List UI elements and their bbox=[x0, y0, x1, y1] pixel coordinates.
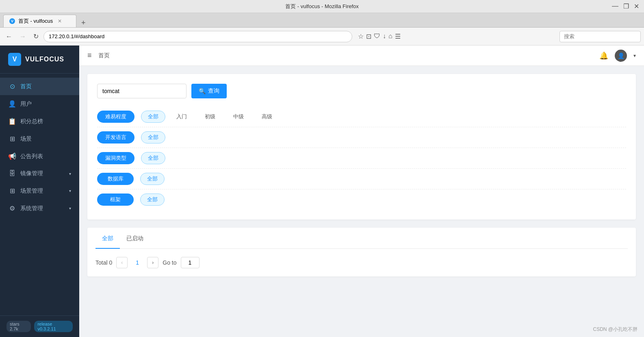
browser-title: 首页 - vulfocus - Mozilla Firefox bbox=[285, 3, 359, 10]
forward-button[interactable]: → bbox=[17, 31, 28, 42]
refresh-button[interactable]: ↻ bbox=[31, 31, 41, 42]
goto-label: Go to bbox=[163, 259, 176, 266]
release-badge: release v0.3.2.11 bbox=[34, 321, 73, 332]
browser-titlebar: 首页 - vulfocus - Mozilla Firefox — ❐ ✕ bbox=[0, 0, 644, 13]
browser-addressbar: ← → ↻ ☆ ⊡ 🛡 ↓ ⌂ ☰ bbox=[0, 28, 644, 46]
filter-options-language: 全部 bbox=[141, 131, 165, 143]
hamburger-icon[interactable]: ≡ bbox=[87, 51, 92, 60]
restore-icon[interactable]: ❐ bbox=[622, 2, 631, 10]
sidebar-item-image-mgmt[interactable]: 🗄 镜像管理 ▾ bbox=[0, 165, 79, 182]
search-input[interactable] bbox=[97, 84, 186, 98]
next-page-button[interactable]: › bbox=[147, 257, 158, 268]
filter-row-framework: 框架 全部 bbox=[97, 189, 626, 210]
close-icon[interactable]: ✕ bbox=[632, 2, 641, 10]
sidebar-item-home[interactable]: ⊙ 首页 bbox=[0, 78, 79, 95]
tab-all[interactable]: 全部 bbox=[95, 229, 120, 249]
user-avatar[interactable]: 👤 bbox=[615, 50, 627, 62]
scene-icon: ⊞ bbox=[8, 135, 16, 143]
sidebar-item-leaderboard[interactable]: 📋 积分总榜 bbox=[0, 113, 79, 130]
tab-favicon: V bbox=[9, 18, 15, 24]
scene-mgmt-arrow-icon: ▾ bbox=[69, 189, 71, 193]
sidebar-item-sys-mgmt[interactable]: ⚙ 系统管理 ▾ bbox=[0, 200, 79, 217]
filter-options-database: 全部 bbox=[140, 173, 165, 185]
scene-mgmt-icon: ⊞ bbox=[8, 187, 16, 195]
filter-opt-language-all[interactable]: 全部 bbox=[141, 131, 165, 143]
topbar-right: 🔔 👤 ▾ bbox=[599, 50, 636, 62]
filter-row-difficulty: 难易程度 全部 入门 初级 中级 高级 bbox=[97, 107, 626, 127]
filter-opt-vuln-all[interactable]: 全部 bbox=[141, 152, 165, 164]
bookmark-star-icon[interactable]: ☆ bbox=[358, 33, 364, 40]
sidebar-item-scene-mgmt-label: 场景管理 bbox=[20, 187, 43, 195]
filter-opt-difficulty-all[interactable]: 全部 bbox=[141, 111, 165, 123]
browser-tabbar: V 首页 - vulfocus ✕ + bbox=[0, 13, 644, 28]
user-dropdown-arrow-icon[interactable]: ▾ bbox=[633, 53, 636, 59]
sidebar-footer: stars 2.7k release v0.3.2.11 bbox=[0, 315, 79, 337]
stars-badge: stars 2.7k bbox=[7, 321, 31, 332]
filter-label-difficulty: 难易程度 bbox=[97, 111, 134, 123]
leaderboard-icon: 📋 bbox=[8, 117, 16, 125]
sidebar: V VULFOCUS ⊙ 首页 👤 用户 📋 积分总榜 ⊞ 场景 📢 bbox=[0, 46, 79, 337]
tab-label: 首页 - vulfocus bbox=[18, 17, 53, 25]
filter-opt-difficulty-entry[interactable]: 入门 bbox=[169, 111, 194, 123]
sidebar-item-notices[interactable]: 📢 公告列表 bbox=[0, 148, 79, 165]
active-tab[interactable]: V 首页 - vulfocus ✕ bbox=[3, 15, 76, 27]
image-mgmt-icon: 🗄 bbox=[8, 170, 16, 177]
query-button[interactable]: 🔍 查询 bbox=[191, 84, 227, 98]
pagination-row: Total 0 ‹ 1 › Go to bbox=[95, 249, 628, 276]
tabs-header: 全部 已启动 bbox=[95, 228, 628, 249]
filter-label-database: 数据库 bbox=[97, 173, 134, 185]
filter-row-language: 开发语言 全部 bbox=[97, 127, 626, 148]
filter-options-difficulty: 全部 入门 初级 中级 高级 bbox=[141, 111, 279, 123]
filter-opt-framework-all[interactable]: 全部 bbox=[140, 194, 165, 206]
address-input[interactable] bbox=[43, 31, 352, 42]
filter-opt-difficulty-beginner[interactable]: 初级 bbox=[198, 111, 222, 123]
sidebar-item-scene-label: 场景 bbox=[20, 135, 32, 143]
home-icon: ⊙ bbox=[8, 83, 16, 90]
sidebar-item-scene-mgmt[interactable]: ⊞ 场景管理 ▾ bbox=[0, 182, 79, 200]
sys-mgmt-icon: ⚙ bbox=[8, 204, 16, 212]
prev-page-button[interactable]: ‹ bbox=[116, 257, 128, 268]
sidebar-item-scene[interactable]: ⊞ 场景 bbox=[0, 130, 79, 148]
download-icon[interactable]: ↓ bbox=[383, 33, 386, 40]
sys-mgmt-arrow-icon: ▾ bbox=[69, 206, 71, 211]
filter-label-vuln-type: 漏洞类型 bbox=[97, 152, 134, 164]
window-controls[interactable]: — ❐ ✕ bbox=[610, 2, 641, 10]
shield-icon[interactable]: 🛡 bbox=[374, 33, 380, 40]
image-mgmt-arrow-icon: ▾ bbox=[69, 172, 71, 176]
watermark: CSDN @小孔吃不胖 bbox=[593, 326, 637, 333]
tab-close-icon[interactable]: ✕ bbox=[58, 18, 62, 24]
new-tab-button[interactable]: + bbox=[78, 19, 89, 27]
sidebar-item-user[interactable]: 👤 用户 bbox=[0, 95, 79, 113]
sidebar-logo: V VULFOCUS bbox=[0, 46, 79, 74]
menu-icon[interactable]: ☰ bbox=[395, 33, 401, 40]
filter-opt-difficulty-advanced[interactable]: 高级 bbox=[255, 111, 279, 123]
reader-icon[interactable]: ⊡ bbox=[366, 33, 371, 40]
bell-icon[interactable]: 🔔 bbox=[599, 51, 608, 60]
sidebar-item-notices-label: 公告列表 bbox=[20, 153, 43, 160]
logo-icon: V bbox=[8, 53, 21, 66]
goto-input[interactable] bbox=[181, 257, 199, 268]
current-page[interactable]: 1 bbox=[132, 257, 143, 268]
sidebar-item-sys-mgmt-label: 系统管理 bbox=[20, 205, 43, 212]
filter-options-vuln-type: 全部 bbox=[141, 152, 165, 164]
main-content: ≡ 首页 🔔 👤 ▾ 🔍 查询 难 bbox=[79, 46, 644, 337]
filter-label-language: 开发语言 bbox=[97, 131, 134, 143]
filter-opt-database-all[interactable]: 全部 bbox=[140, 173, 165, 185]
filter-row-vuln-type: 漏洞类型 全部 bbox=[97, 148, 626, 169]
home-nav-icon[interactable]: ⌂ bbox=[388, 33, 392, 40]
tab-started[interactable]: 已启动 bbox=[120, 229, 150, 249]
filter-options-framework: 全部 bbox=[140, 194, 165, 206]
browser-search-input[interactable] bbox=[559, 31, 641, 42]
total-label: Total 0 bbox=[95, 259, 112, 266]
tabs-section: 全部 已启动 Total 0 ‹ 1 › Go to bbox=[87, 228, 636, 276]
sidebar-item-user-label: 用户 bbox=[20, 100, 32, 108]
minimize-icon[interactable]: — bbox=[610, 2, 620, 10]
filter-opt-difficulty-mid[interactable]: 中级 bbox=[226, 111, 251, 123]
user-nav-icon: 👤 bbox=[8, 100, 16, 108]
sidebar-nav: ⊙ 首页 👤 用户 📋 积分总榜 ⊞ 场景 📢 公告列表 🗄 镜像 bbox=[0, 74, 79, 315]
sidebar-item-home-label: 首页 bbox=[20, 83, 32, 90]
logo-text: VULFOCUS bbox=[25, 56, 64, 63]
notices-icon: 📢 bbox=[8, 152, 16, 160]
breadcrumb: 首页 bbox=[98, 52, 110, 59]
back-button[interactable]: ← bbox=[3, 31, 15, 42]
